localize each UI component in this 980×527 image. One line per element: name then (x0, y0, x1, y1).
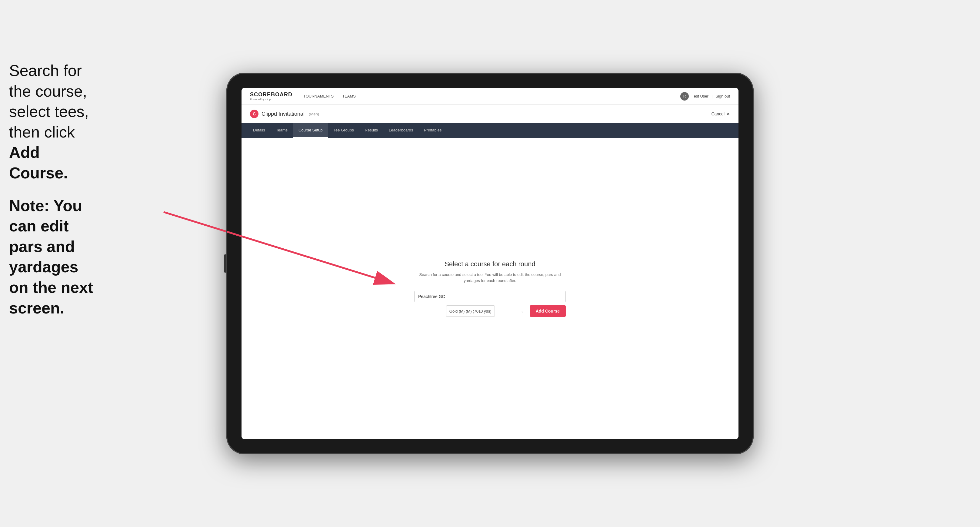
tab-bar: Details Teams Course Setup Tee Groups Re… (242, 123, 738, 138)
tab-printables[interactable]: Printables (418, 123, 447, 138)
tee-select-wrapper: Gold (M) (M) (7010 yds) (414, 305, 527, 317)
top-right: R Test User | Sign out (680, 92, 730, 100)
top-nav: SCOREBOARD Powered by clippd TOURNAMENTS… (242, 88, 738, 105)
tablet-frame: SCOREBOARD Powered by clippd TOURNAMENTS… (226, 73, 754, 454)
logo-text: SCOREBOARD (250, 92, 293, 98)
tournament-gender: (Men) (309, 112, 319, 116)
tee-select-row: Gold (M) (M) (7010 yds) Add Course (414, 305, 566, 317)
tablet-screen: SCOREBOARD Powered by clippd TOURNAMENTS… (242, 88, 738, 439)
tournament-title-area: C Clippd Invitational (Men) (250, 110, 319, 118)
tournament-header: C Clippd Invitational (Men) Cancel ✕ (242, 105, 738, 123)
pipe: | (711, 94, 713, 98)
tab-results[interactable]: Results (360, 123, 383, 138)
tab-details[interactable]: Details (248, 123, 270, 138)
add-course-button[interactable]: Add Course (530, 305, 566, 317)
tee-select[interactable]: Gold (M) (M) (7010 yds) (446, 305, 495, 317)
annotation-text: Search for the course, select tees, then… (9, 60, 97, 330)
nav-links: TOURNAMENTS TEAMS (303, 94, 680, 98)
course-search-input[interactable] (414, 291, 566, 302)
main-content: Select a course for each round Search fo… (242, 138, 738, 439)
note-text: Note: You can edit pars and yardages on … (9, 196, 97, 319)
user-avatar: R (680, 92, 689, 100)
nav-teams[interactable]: TEAMS (342, 94, 356, 98)
tablet-side-button (224, 254, 226, 273)
clippd-icon: C (250, 110, 258, 118)
cancel-button[interactable]: Cancel ✕ (711, 111, 730, 116)
card-title: Select a course for each round (414, 260, 566, 268)
sign-out-link[interactable]: Sign out (716, 94, 730, 98)
tab-course-setup[interactable]: Course Setup (293, 123, 328, 138)
logo-sub: Powered by clippd (250, 98, 293, 101)
tab-tee-groups[interactable]: Tee Groups (328, 123, 360, 138)
tab-leaderboards[interactable]: Leaderboards (383, 123, 418, 138)
logo-area: SCOREBOARD Powered by clippd (250, 92, 293, 101)
user-name: Test User (692, 94, 708, 98)
course-setup-card: Select a course for each round Search fo… (414, 260, 566, 317)
tournament-name: Clippd Invitational (261, 111, 305, 117)
card-description: Search for a course and select a tee. Yo… (414, 272, 566, 284)
tab-teams[interactable]: Teams (270, 123, 293, 138)
nav-tournaments[interactable]: TOURNAMENTS (303, 94, 334, 98)
